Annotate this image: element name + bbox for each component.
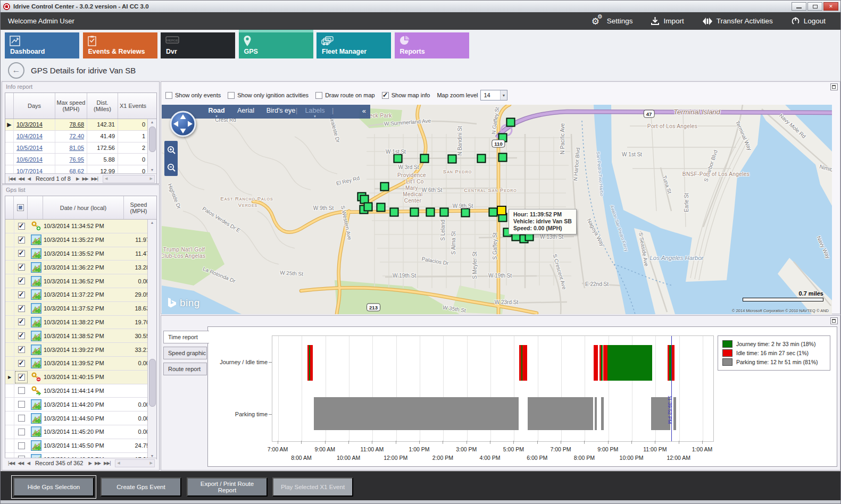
gps-list-row[interactable]: 10/3/2014 11:35:22 PM11.97: [5, 233, 148, 247]
map-marker[interactable]: [390, 208, 399, 217]
gps-list-row[interactable]: 10/3/2014 11:36:22 PM13.28: [5, 261, 148, 274]
gps-list-row[interactable]: 10/3/2014 11:35:52 PM11.47: [5, 247, 148, 261]
map-marker[interactable]: [410, 208, 419, 217]
info-report-row[interactable]: 10/6/201476.955.880: [5, 154, 156, 165]
pager-prev-icon[interactable]: ◀: [27, 460, 30, 466]
top-action-transfer-activities[interactable]: Transfer Activities: [702, 16, 773, 26]
gps-list-row[interactable]: 10/3/2014 11:44:20 PM0.00: [5, 398, 148, 411]
column-header-x1-events[interactable]: X1 Events: [118, 93, 148, 119]
gps-list-row[interactable]: 10/3/2014 11:39:52 PM0.00: [5, 357, 148, 371]
map-option-show-map-info[interactable]: Show map info: [382, 92, 430, 99]
gps-list-row[interactable]: 10/3/2014 11:37:22 PM29.05: [5, 288, 148, 302]
map-marker[interactable]: [394, 154, 403, 163]
pager-hscrollbar[interactable]: ◀▶: [103, 175, 155, 183]
column-header-max-speed[interactable]: Max speed (MPH): [55, 93, 87, 119]
map-marker[interactable]: [377, 203, 386, 212]
map-view-road[interactable]: Road: [208, 107, 224, 114]
bing-map[interactable]: | | « Road▼AerialBird's eyeLabels▼: [162, 105, 832, 314]
nav-tab-events-reviews[interactable]: Events & Reviews: [83, 32, 157, 58]
nav-tab-reports[interactable]: Reports: [395, 32, 469, 58]
pager-first-icon[interactable]: |◀◀: [9, 176, 15, 181]
info-report-row[interactable]: 10/4/201472.4041.491: [5, 131, 156, 142]
info-report-row[interactable]: ▶10/3/201478.68142.310: [5, 119, 156, 131]
gps-list-row[interactable]: 10/3/2014 11:45:20 PM0.00: [5, 425, 148, 439]
map-panel-maximize-icon[interactable]: [830, 83, 838, 90]
day-link[interactable]: 10/3/2014: [16, 121, 43, 128]
day-link[interactable]: 10/6/2014: [16, 156, 43, 163]
nav-tab-gps[interactable]: GPS: [239, 32, 313, 58]
pager-hscrollbar[interactable]: ◀▶: [115, 459, 155, 467]
max-speed-link[interactable]: 81.05: [69, 145, 84, 151]
map-view-bird-s-eye[interactable]: Bird's eye: [267, 107, 296, 114]
day-link[interactable]: 10/5/2014: [16, 145, 43, 151]
map-option-show-only-events[interactable]: Show only events: [165, 92, 221, 99]
info-scrollbar[interactable]: ▲▼: [147, 119, 156, 173]
gps-list-row[interactable]: 10/3/2014 11:39:22 PM33.21: [5, 343, 148, 357]
top-action-settings[interactable]: ⚙⚙Settings: [592, 15, 633, 27]
row-checkbox[interactable]: [14, 316, 28, 329]
pager-prev-page-icon[interactable]: ◀◀: [18, 176, 24, 181]
gps-list-row[interactable]: 10/3/2014 11:38:22 PM19.70: [5, 316, 148, 330]
map-marker[interactable]: [420, 154, 429, 163]
max-speed-link[interactable]: 76.95: [69, 156, 84, 163]
gps-list-row[interactable]: 10/3/2014 11:37:52 PM18.63: [5, 302, 148, 316]
map-marker[interactable]: [506, 118, 515, 127]
map-marker-selected[interactable]: [497, 206, 506, 215]
column-header-days[interactable]: Days: [14, 93, 55, 119]
row-checkbox[interactable]: [14, 288, 28, 301]
map-zoom-level-select[interactable]: 14▼: [480, 90, 507, 100]
map-marker[interactable]: [364, 203, 373, 212]
column-header-dist[interactable]: Dist. (Miles): [87, 93, 118, 119]
gps-list-row[interactable]: 10/3/2014 11:45:50 PM24.75: [5, 439, 148, 453]
map-marker[interactable]: [498, 133, 507, 142]
report-tab-route-report[interactable]: Route report: [163, 363, 207, 375]
map-marker[interactable]: [448, 155, 457, 164]
row-checkbox[interactable]: [14, 261, 28, 274]
minimize-button[interactable]: [792, 2, 806, 11]
row-checkbox[interactable]: [14, 398, 28, 411]
maximize-button[interactable]: [807, 2, 822, 11]
back-button[interactable]: ←: [8, 62, 24, 79]
row-checkbox[interactable]: [14, 220, 28, 233]
gps-list-row[interactable]: 10/3/2014 11:44:50 PM0.00: [5, 411, 148, 425]
map-marker[interactable]: [380, 182, 389, 191]
row-checkbox[interactable]: [14, 384, 28, 398]
report-tab-time-report[interactable]: Time report: [163, 331, 209, 343]
map-view-aerial[interactable]: Aerial: [237, 107, 254, 114]
select-all-checkbox[interactable]: [14, 196, 28, 219]
top-action-import[interactable]: Import: [651, 16, 684, 26]
close-button[interactable]: ✕: [823, 2, 838, 11]
gps-list-row[interactable]: 10/3/2014 11:38:52 PM30.55: [5, 329, 148, 343]
row-checkbox[interactable]: [14, 371, 28, 384]
gps-list-row[interactable]: ▶ 10/3/2014 11:40:15 PM: [5, 371, 148, 384]
top-action-logout[interactable]: Logout: [791, 16, 826, 26]
pager-prev-page-icon[interactable]: ◀◀: [18, 460, 23, 466]
nav-tab-fleet-manager[interactable]: Fleet Manager: [317, 32, 391, 58]
day-link[interactable]: 10/4/2014: [16, 133, 43, 139]
gps-list-row[interactable]: 10/3/2014 11:36:52 PM0.00: [5, 274, 148, 288]
map-marker[interactable]: [426, 208, 435, 217]
map-marker[interactable]: [477, 154, 486, 163]
nav-tab-dashboard[interactable]: Dashboard: [5, 32, 79, 58]
nav-tab-dvr[interactable]: MERGEDvr: [161, 32, 235, 58]
zoom-out-icon[interactable]: [166, 163, 176, 172]
map-compass-control[interactable]: [169, 110, 197, 138]
column-header-speed[interactable]: Speed (MPH): [124, 196, 153, 219]
pager-next-icon[interactable]: ▶: [76, 176, 79, 181]
zoom-in-icon[interactable]: [166, 145, 176, 155]
pager-next-icon[interactable]: ▶: [88, 460, 91, 466]
chart-panel-maximize-icon[interactable]: [830, 317, 838, 324]
pager-prev-icon[interactable]: ◀: [27, 176, 30, 181]
report-tab-speed-graphic[interactable]: Speed graphic: [163, 347, 207, 359]
gps-list-row[interactable]: 10/3/2014 11:44:14 PM: [5, 384, 148, 398]
map-marker[interactable]: [489, 208, 498, 217]
gps-scrollbar[interactable]: ▲▼: [147, 220, 156, 459]
row-checkbox[interactable]: [14, 425, 28, 439]
row-checkbox[interactable]: [14, 357, 28, 370]
create-gps-event-button[interactable]: Create Gps Event: [101, 477, 181, 497]
row-checkbox[interactable]: [14, 329, 28, 342]
row-checkbox[interactable]: [14, 439, 28, 452]
row-checkbox[interactable]: [14, 274, 28, 288]
map-marker[interactable]: [461, 208, 470, 217]
pager-next-page-icon[interactable]: ▶▶: [82, 176, 88, 181]
